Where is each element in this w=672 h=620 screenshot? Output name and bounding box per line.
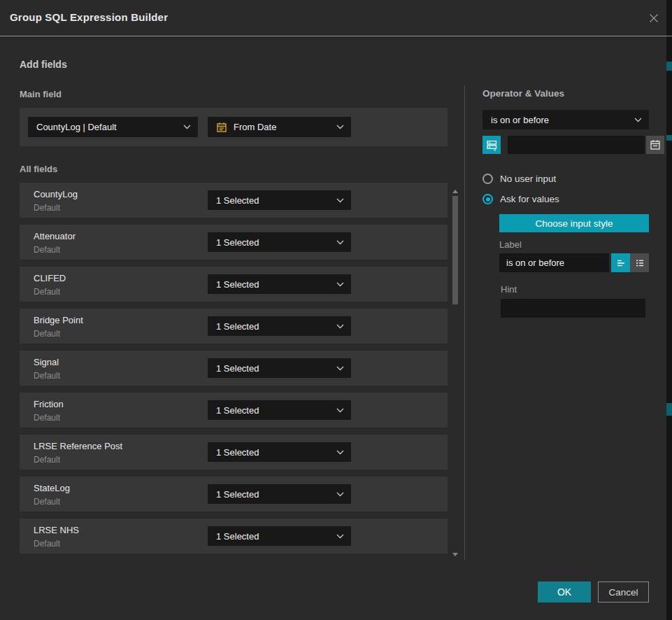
chevron-down-icon: [336, 450, 344, 455]
chevron-down-icon: [336, 240, 344, 245]
field-selection-select[interactable]: 1 Selected: [208, 190, 351, 210]
calendar-icon: [650, 139, 661, 150]
group-sql-expression-builder-dialog: Group SQL Expression Builder Add fields …: [0, 0, 672, 620]
field-default-label: Default: [34, 497, 60, 507]
field-name: CLIFED: [34, 273, 66, 283]
field-selection-select[interactable]: 1 Selected: [208, 484, 351, 504]
chevron-down-icon: [634, 118, 642, 122]
chevron-down-icon: [336, 492, 344, 497]
label-row: [499, 253, 649, 272]
chevron-down-icon: [336, 198, 344, 203]
list-scrollbar[interactable]: [450, 183, 460, 558]
align-left-icon: [615, 258, 627, 269]
panel-divider: [464, 85, 465, 560]
field-default-label: Default: [34, 245, 60, 255]
chevron-down-icon: [336, 366, 344, 371]
calendar-icon: [216, 122, 227, 133]
hint-input[interactable]: [501, 299, 645, 318]
field-selection-value: 1 Selected: [216, 195, 332, 206]
radio-no-user-input[interactable]: No user input: [482, 174, 649, 184]
list-icon: [634, 258, 645, 269]
underlying-accent: [666, 403, 672, 416]
cancel-button[interactable]: Cancel: [598, 582, 649, 603]
ok-button[interactable]: OK: [538, 582, 591, 603]
underlying-accent: [666, 135, 672, 141]
field-selection-select[interactable]: 1 Selected: [208, 400, 351, 420]
field-name: CountyLog: [34, 189, 78, 199]
field-name: Friction: [34, 399, 64, 409]
chevron-down-icon: [183, 125, 191, 129]
main-field-field-select[interactable]: From Date: [208, 117, 351, 137]
main-field-field-value: From Date: [234, 122, 332, 132]
field-name: StateLog: [34, 483, 70, 493]
add-fields-heading: Add fields: [20, 59, 67, 70]
label-caption: Label: [499, 239, 649, 250]
all-fields-list: CountyLog Default 1 Selected Attenuator …: [20, 183, 448, 561]
field-default-label: Default: [34, 371, 60, 381]
field-row: StateLog Default 1 Selected: [20, 477, 448, 512]
dialog-header: Group SQL Expression Builder: [0, 0, 672, 36]
field-row: Signal Default 1 Selected: [20, 351, 448, 386]
field-selection-select[interactable]: 1 Selected: [208, 274, 351, 294]
value-input[interactable]: [508, 136, 645, 154]
label-style-text-button[interactable]: [611, 253, 630, 272]
field-row: LRSE Reference Post Default 1 Selected: [20, 435, 448, 470]
field-selection-value: 1 Selected: [216, 531, 332, 542]
unique-values-button[interactable]: [482, 136, 501, 154]
scroll-up-arrow-icon[interactable]: [452, 190, 458, 193]
field-selection-value: 1 Selected: [216, 237, 332, 248]
field-selection-value: 1 Selected: [216, 405, 332, 416]
operator-values-panel: Operator & Values is on or before: [482, 88, 649, 318]
chevron-down-icon: [336, 408, 344, 413]
underlying-accent: [666, 62, 672, 71]
field-default-label: Default: [34, 455, 60, 465]
all-fields-label: All fields: [20, 164, 57, 174]
chevron-down-icon: [336, 534, 344, 539]
operator-value: is on or before: [491, 115, 630, 125]
field-default-label: Default: [34, 203, 60, 213]
main-field-panel: CountyLog | Default From Date: [20, 108, 448, 146]
field-name: Bridge Point: [34, 315, 83, 325]
field-row: CLIFED Default 1 Selected: [20, 267, 448, 302]
field-row: Bridge Point Default 1 Selected: [20, 309, 448, 344]
field-selection-value: 1 Selected: [216, 321, 332, 332]
field-default-label: Default: [34, 329, 60, 339]
radio-ask-for-values[interactable]: Ask for values: [482, 194, 649, 204]
field-selection-select[interactable]: 1 Selected: [208, 358, 351, 378]
field-name: LRSE Reference Post: [34, 441, 122, 451]
field-default-label: Default: [34, 539, 60, 549]
hint-caption: Hint: [501, 284, 649, 295]
radio-no-user-input-label: No user input: [500, 174, 556, 184]
scroll-down-arrow-icon[interactable]: [452, 553, 458, 556]
chevron-down-icon: [336, 324, 344, 329]
chevron-down-icon: [336, 282, 344, 287]
value-row: [482, 136, 649, 154]
field-row: CountyLog Default 1 Selected: [20, 183, 448, 218]
field-row: LRSE NHS Default 1 Selected: [20, 519, 448, 554]
field-selection-select[interactable]: 1 Selected: [208, 442, 351, 462]
main-field-source-select[interactable]: CountyLog | Default: [28, 117, 198, 137]
field-default-label: Default: [34, 413, 60, 423]
radio-circle-selected-icon[interactable]: [482, 194, 493, 204]
choose-input-style-button[interactable]: Choose input style: [499, 214, 649, 232]
field-selection-value: 1 Selected: [216, 279, 332, 290]
operator-select[interactable]: is on or before: [482, 110, 649, 129]
operator-values-heading: Operator & Values: [482, 88, 649, 99]
radio-circle-icon[interactable]: [482, 174, 493, 184]
label-input[interactable]: [499, 253, 609, 272]
date-picker-button[interactable]: [646, 136, 664, 154]
scrollbar-thumb[interactable]: [452, 196, 458, 304]
field-selection-select[interactable]: 1 Selected: [208, 316, 351, 336]
field-selection-select[interactable]: 1 Selected: [208, 232, 351, 252]
field-selection-select[interactable]: 1 Selected: [208, 526, 351, 546]
ask-values-options: Choose input style Label: [499, 214, 649, 318]
label-style-list-button[interactable]: [630, 253, 649, 272]
chevron-down-icon: [336, 125, 344, 129]
close-icon[interactable]: [647, 11, 661, 25]
unique-values-icon: [486, 139, 498, 151]
field-name: Attenuator: [34, 231, 76, 241]
field-row: Friction Default 1 Selected: [20, 393, 448, 428]
field-name: LRSE NHS: [34, 525, 79, 535]
main-field-source-value: CountyLog | Default: [36, 122, 179, 132]
field-default-label: Default: [34, 287, 60, 297]
